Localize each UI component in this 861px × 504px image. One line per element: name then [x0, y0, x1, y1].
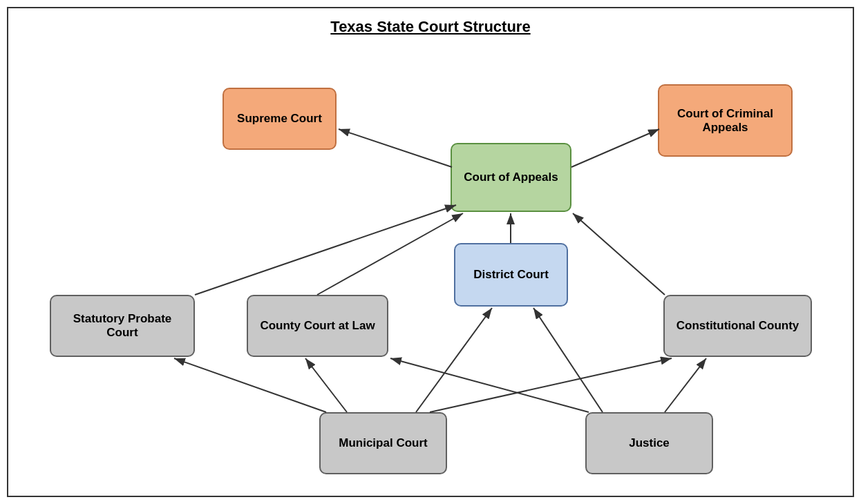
svg-line-11	[665, 358, 706, 412]
supreme-court-node: Supreme Court	[223, 88, 337, 150]
svg-line-7	[305, 358, 347, 412]
constitutional-county-node: Constitutional County	[663, 295, 812, 357]
svg-line-12	[533, 308, 603, 412]
svg-line-5	[317, 213, 463, 295]
svg-line-9	[430, 358, 672, 412]
svg-line-6	[573, 213, 665, 295]
court-of-appeals-node: Court of Appeals	[451, 143, 571, 212]
svg-line-10	[390, 358, 589, 412]
page-title: Texas State Court Structure	[8, 8, 853, 36]
svg-line-13	[416, 308, 492, 412]
svg-line-1	[339, 129, 452, 167]
statutory-probate-node: Statutory Probate Court	[50, 295, 195, 357]
criminal-appeals-node: Court of Criminal Appeals	[658, 84, 793, 157]
svg-line-4	[195, 205, 456, 295]
justice-node: Justice	[585, 412, 713, 474]
diagram-container: Texas State Court Structure Supreme Cour…	[7, 7, 854, 497]
district-court-node: District Court	[454, 243, 568, 307]
municipal-court-node: Municipal Court	[319, 412, 447, 474]
county-court-at-law-node: County Court at Law	[247, 295, 388, 357]
svg-line-2	[571, 129, 659, 167]
svg-line-8	[174, 358, 326, 412]
